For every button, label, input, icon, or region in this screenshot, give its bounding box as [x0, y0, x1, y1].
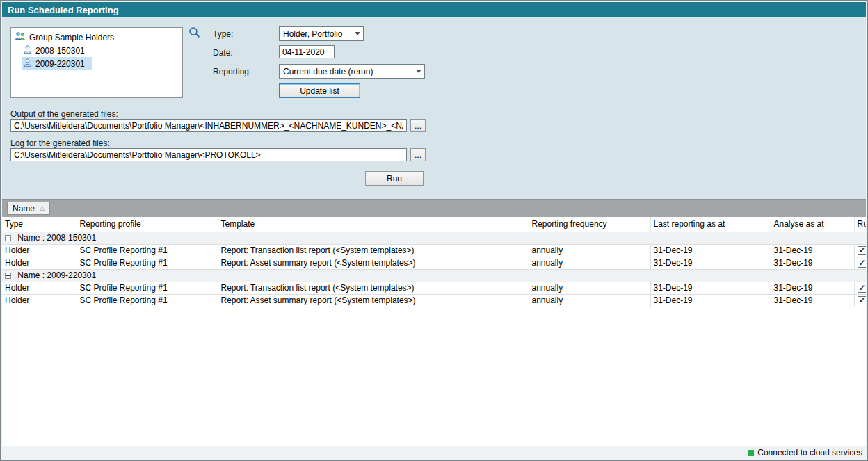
column-header-reporting-frequency[interactable]: Reporting frequency — [529, 217, 650, 232]
column-header-template[interactable]: Template — [218, 217, 529, 232]
type-label: Type: — [213, 29, 233, 39]
tree-item-label: 2008-150301 — [35, 46, 85, 56]
table-row[interactable]: Holder SC Profile Reporting #1 Report: A… — [2, 294, 866, 307]
cell-type: Holder — [2, 294, 77, 307]
reporting-dropdown-value: Current due date (rerun) — [283, 67, 373, 76]
reporting-dropdown[interactable]: Current due date (rerun) — [279, 64, 425, 79]
cell-type: Holder — [2, 257, 77, 269]
group-chip-label: Name — [13, 204, 35, 213]
run-checkbox[interactable] — [858, 246, 867, 255]
cell-last-reporting: 31-Dec-19 — [650, 282, 771, 294]
status-bar: Connected to cloud services — [2, 446, 866, 459]
group-by-name-chip[interactable]: Name △ — [7, 202, 50, 215]
tree-item-label: 2009-220301 — [35, 59, 85, 69]
collapse-group-icon[interactable] — [5, 273, 11, 279]
title-bar: Run Scheduled Reporting — [2, 2, 866, 17]
group-icon — [15, 31, 26, 43]
tree-item-label: Group Sample Holders — [29, 33, 114, 42]
cloud-status-text: Connected to cloud services — [757, 448, 862, 458]
cell-frequency: annually — [529, 282, 650, 294]
tree-item-group[interactable]: Group Sample Holders — [13, 31, 180, 44]
table-row[interactable]: Holder SC Profile Reporting #1 Report: T… — [2, 244, 866, 257]
run-button[interactable]: Run — [365, 171, 424, 186]
table-header-row: Type Reporting profile Template Reportin… — [2, 217, 866, 232]
cell-frequency: annually — [529, 257, 650, 269]
cell-profile: SC Profile Reporting #1 — [77, 257, 218, 269]
reporting-table: Type Reporting profile Template Reportin… — [2, 217, 866, 446]
group-header-row[interactable]: Name : 2008-150301 — [2, 232, 866, 244]
column-header-run[interactable]: Run — [854, 217, 866, 232]
grouping-bar: Name △ — [2, 199, 866, 217]
output-path-input[interactable] — [10, 119, 407, 132]
log-browse-button[interactable]: ... — [410, 148, 426, 161]
column-header-analyse[interactable]: Analyse as at — [771, 217, 854, 232]
reporting-label: Reporting: — [213, 67, 251, 76]
cell-profile: SC Profile Reporting #1 — [77, 244, 218, 257]
group-header-row[interactable]: Name : 2009-220301 — [2, 269, 866, 282]
date-input[interactable] — [279, 45, 335, 58]
output-label: Output of the generated files: — [10, 109, 118, 119]
column-header-reporting-profile[interactable]: Reporting profile — [77, 217, 218, 232]
date-label: Date: — [213, 48, 233, 58]
sort-ascending-icon: △ — [40, 205, 45, 211]
type-dropdown-value: Holder, Portfolio — [283, 29, 342, 39]
cell-analyse: 31-Dec-19 — [771, 244, 854, 257]
cell-profile: SC Profile Reporting #1 — [77, 282, 218, 294]
cell-frequency: annually — [529, 294, 650, 307]
cell-type: Holder — [2, 282, 77, 294]
log-path-input[interactable] — [10, 148, 407, 161]
run-checkbox[interactable] — [858, 259, 867, 268]
group-name: Name : 2009-220301 — [17, 270, 96, 280]
run-checkbox[interactable] — [858, 284, 867, 293]
cell-analyse: 31-Dec-19 — [771, 257, 854, 269]
cell-last-reporting: 31-Dec-19 — [650, 294, 771, 307]
tree-item-holder[interactable]: 2008-150301 — [13, 44, 180, 57]
cell-template: Report: Asset summary report (<System te… — [218, 294, 529, 307]
holder-tree: Group Sample Holders 2008-150301 — [10, 27, 183, 98]
person-icon — [23, 45, 32, 56]
column-header-type[interactable]: Type — [2, 217, 77, 232]
cell-analyse: 31-Dec-19 — [771, 294, 854, 307]
cell-frequency: annually — [529, 244, 650, 257]
cell-analyse: 31-Dec-19 — [771, 282, 854, 294]
cell-type: Holder — [2, 244, 77, 257]
settings-panel: Group Sample Holders 2008-150301 — [2, 17, 866, 199]
column-header-last-reporting[interactable]: Last reporting as at — [650, 217, 771, 232]
window-title: Run Scheduled Reporting — [8, 5, 119, 15]
chevron-down-icon — [412, 65, 424, 78]
log-label: Log for the generated files: — [10, 138, 110, 148]
table-row[interactable]: Holder SC Profile Reporting #1 Report: T… — [2, 282, 866, 294]
search-icon[interactable] — [188, 26, 202, 40]
type-dropdown[interactable]: Holder, Portfolio — [279, 26, 364, 41]
cloud-status-icon — [748, 450, 754, 456]
run-checkbox[interactable] — [858, 296, 867, 305]
cell-profile: SC Profile Reporting #1 — [77, 294, 218, 307]
cell-last-reporting: 31-Dec-19 — [650, 257, 771, 269]
cell-last-reporting: 31-Dec-19 — [650, 244, 771, 257]
chevron-down-icon — [351, 27, 363, 40]
update-list-button[interactable]: Update list — [279, 83, 360, 98]
cell-template: Report: Transaction list report (<System… — [218, 244, 529, 257]
app-window: Run Scheduled Reporting Group Sample Hol… — [0, 0, 868, 461]
cell-template: Report: Asset summary report (<System te… — [218, 257, 529, 269]
table-row[interactable]: Holder SC Profile Reporting #1 Report: A… — [2, 257, 866, 269]
output-browse-button[interactable]: ... — [410, 119, 426, 132]
collapse-group-icon[interactable] — [5, 235, 11, 241]
tree-item-holder-selected[interactable]: 2009-220301 — [13, 57, 180, 70]
group-name: Name : 2008-150301 — [17, 233, 96, 243]
person-icon — [23, 58, 32, 70]
cell-template: Report: Transaction list report (<System… — [218, 282, 529, 294]
